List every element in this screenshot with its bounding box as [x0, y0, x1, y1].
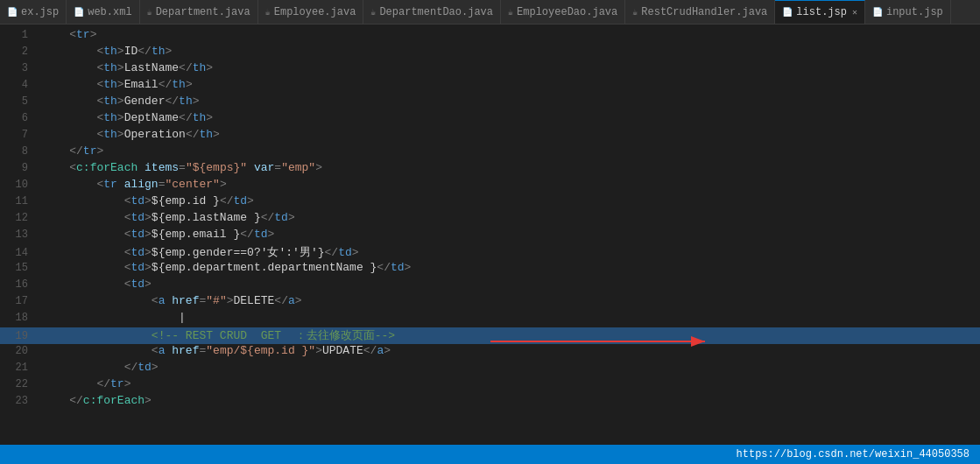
code-line-21: 21 </td> [0, 361, 980, 377]
line-number: 15 [0, 262, 42, 274]
line-content: <td> [42, 278, 973, 291]
line-content: <a href="#">DELETE</a> [42, 294, 973, 307]
java-icon: ☕ [632, 7, 638, 18]
line-number: 11 [0, 195, 42, 207]
line-number: 12 [0, 212, 42, 224]
line-content: <!-- REST CRUD GET ：去往修改页面--> [42, 327, 973, 343]
line-content: <tr> [42, 28, 973, 41]
line-content: <tr align="center"> [42, 178, 973, 191]
code-line-22: 22 </tr> [0, 377, 980, 394]
line-number: 16 [0, 278, 42, 291]
code-line-5: 5 <th>Gender</th> [0, 95, 980, 111]
line-number: 8 [0, 145, 42, 158]
line-content: <th>Email</th> [42, 78, 973, 91]
tab-ex-jsp[interactable]: 📄ex.jsp [0, 0, 67, 24]
line-number: 21 [0, 362, 42, 374]
code-line-23: 23 </c:forEach> [0, 394, 980, 411]
java-icon: ☕ [508, 7, 513, 18]
tab-web-xml[interactable]: 📄web.xml [67, 0, 139, 24]
line-content: </tr> [42, 144, 973, 158]
tab-label: web.xml [88, 6, 131, 18]
code-line-8: 8 </tr> [0, 144, 980, 161]
tab-label: input.jsp [886, 6, 943, 18]
line-number: 23 [0, 395, 42, 407]
code-line-20: 20 <a href="emp/${emp.id }">UPDATE</a> [0, 344, 980, 361]
line-content: </td> [42, 361, 973, 374]
code-line-9: 9 <c:forEach items="${emps}" var="emp"> [0, 161, 980, 178]
status-url: https://blog.csdn.net/weixin_44050358 [737, 448, 969, 460]
line-content: <th>Gender</th> [42, 95, 973, 108]
code-line-19: 19 <!-- REST CRUD GET ：去往修改页面--> [0, 327, 980, 344]
code-line-2: 2 <th>ID</th> [0, 45, 980, 61]
code-line-10: 10 <tr align="center"> [0, 178, 980, 194]
java-icon: ☕ [370, 7, 376, 18]
line-content: | [42, 311, 973, 324]
line-number: 1 [0, 29, 42, 41]
tab-label: list.jsp [796, 6, 847, 18]
line-number: 4 [0, 79, 42, 91]
tab-DepartmentDao-java[interactable]: ☕DepartmentDao.java [363, 0, 501, 24]
line-number: 18 [0, 312, 42, 324]
tab-label: DepartmentDao.java [379, 6, 493, 18]
line-content: <td>${emp.id }</td> [42, 194, 973, 207]
line-content: </c:forEach> [42, 394, 973, 407]
code-line-4: 4 <th>Email</th> [0, 78, 980, 95]
line-content: <td>${emp.department.departmentName }</t… [42, 261, 973, 274]
line-number: 14 [0, 247, 42, 259]
line-content: <td>${emp.email }</td> [42, 228, 973, 241]
line-content: <c:forEach items="${emps}" var="emp"> [42, 161, 973, 174]
line-number: 19 [0, 330, 42, 342]
tab-list-jsp[interactable]: 📄list.jsp✕ [775, 0, 865, 24]
line-content: <th>DeptName</th> [42, 111, 973, 124]
tab-label: Department.java [156, 6, 250, 18]
line-number: 17 [0, 295, 42, 307]
line-number: 13 [0, 228, 42, 241]
line-number: 10 [0, 179, 42, 191]
line-number: 7 [0, 129, 42, 141]
tab-EmployeeDao-java[interactable]: ☕EmployeeDao.java [501, 0, 625, 24]
tab-RestCrudHandler-java[interactable]: ☕RestCrudHandler.java [625, 0, 775, 24]
code-line-6: 6 <th>DeptName</th> [0, 111, 980, 128]
line-number: 9 [0, 162, 42, 174]
code-line-14: 14 <td>${emp.gender==0?'女':'男'}</td> [0, 244, 980, 261]
code-line-17: 17 <a href="#">DELETE</a> [0, 294, 980, 311]
tab-Employee-java[interactable]: ☕Employee.java [258, 0, 364, 24]
xml-icon: 📄 [74, 7, 84, 18]
line-number: 3 [0, 62, 42, 74]
jsp-icon: 📄 [7, 7, 18, 18]
code-line-15: 15 <td>${emp.department.departmentName }… [0, 261, 980, 278]
tab-label: EmployeeDao.java [517, 6, 617, 18]
editor: 1 <tr>2 <th>ID</th>3 <th>LastName</th>4 … [0, 25, 980, 445]
code-line-11: 11 <td>${emp.id }</td> [0, 194, 980, 211]
tab-label: RestCrudHandler.java [641, 6, 767, 18]
tab-close-button[interactable]: ✕ [852, 7, 857, 18]
java-icon: ☕ [265, 7, 271, 18]
code-line-18: 18 | [0, 311, 980, 327]
code-line-7: 7 <th>Operation</th> [0, 128, 980, 144]
line-content: </tr> [42, 377, 973, 390]
jsp-icon: 📄 [782, 7, 793, 18]
line-number: 5 [0, 95, 42, 108]
line-content: <th>ID</th> [42, 45, 973, 58]
line-content: <td>${emp.gender==0?'女':'男'}</td> [42, 244, 973, 260]
line-content: <td>${emp.lastName }</td> [42, 211, 973, 224]
code-line-3: 3 <th>LastName</th> [0, 61, 980, 78]
tab-Department-java[interactable]: ☕Department.java [140, 0, 258, 24]
code-line-1: 1 <tr> [0, 28, 980, 45]
code-line-13: 13 <td>${emp.email }</td> [0, 228, 980, 244]
code-line-12: 12 <td>${emp.lastName }</td> [0, 211, 980, 228]
tab-label: Employee.java [274, 6, 356, 18]
code-line-16: 16 <td> [0, 278, 980, 294]
line-content: <a href="emp/${emp.id }">UPDATE</a> [42, 344, 973, 357]
tab-input-jsp[interactable]: 📄input.jsp [865, 0, 951, 24]
status-bar: https://blog.csdn.net/weixin_44050358 [0, 445, 980, 464]
tab-label: ex.jsp [21, 6, 59, 18]
tab-bar: 📄ex.jsp📄web.xml☕Department.java☕Employee… [0, 0, 980, 25]
line-content: <th>LastName</th> [42, 61, 973, 74]
jsp-icon: 📄 [872, 7, 883, 18]
line-content: <th>Operation</th> [42, 128, 973, 141]
line-number: 2 [0, 46, 42, 58]
line-number: 6 [0, 112, 42, 124]
java-icon: ☕ [147, 7, 152, 18]
line-number: 20 [0, 345, 42, 357]
